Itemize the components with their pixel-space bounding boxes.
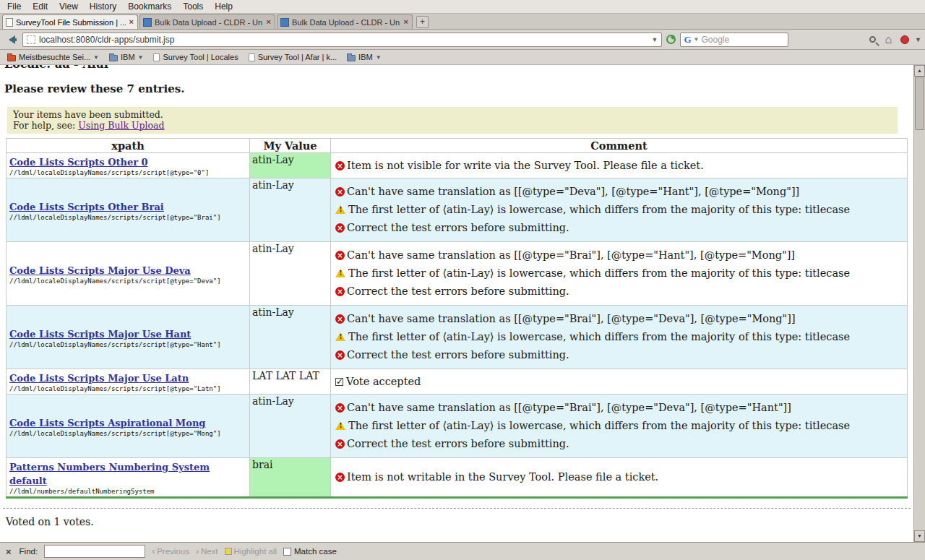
bookmark-folder-ibm-1[interactable]: IBM ▼: [105, 52, 147, 62]
xpath-link[interactable]: Code Lists Scripts Major Use Hant: [9, 329, 191, 340]
comment-line: The first letter of ⟨atin-Lay⟩ is lowerc…: [335, 204, 904, 216]
error-icon: [335, 473, 345, 482]
addon-icon[interactable]: [900, 35, 909, 44]
chevron-right-icon: ›: [196, 547, 199, 556]
home-icon[interactable]: ⌂: [885, 34, 892, 46]
column-header-my-value: My Value: [250, 139, 331, 153]
chevron-down-icon: ▼: [138, 54, 144, 61]
menu-view[interactable]: View: [53, 1, 84, 13]
menu-file[interactable]: File: [1, 1, 27, 13]
menu-bookmarks[interactable]: Bookmarks: [122, 1, 177, 13]
comment-line: Can't have same translation as [[@type="…: [335, 313, 904, 325]
my-value-cell: LAT LAT LAT: [250, 369, 331, 395]
separator: [3, 508, 911, 509]
search-box[interactable]: G ▼ Google: [680, 33, 788, 47]
bookmark-label: Meistbesuchte Sei...: [19, 53, 90, 61]
comment-line: Correct the test errors before submittin…: [335, 438, 904, 450]
comment-text: Vote accepted: [346, 376, 421, 388]
table-row: Code Lists Scripts Major Use Deva //ldml…: [7, 242, 908, 306]
page-content: Locale: aa - Afar Please review these 7 …: [0, 65, 925, 542]
comment-text: Can't have same translation as [[@type="…: [347, 402, 791, 414]
bookmark-label: Survey Tool | Afar | k...: [258, 53, 337, 61]
bulk-upload-help-link[interactable]: Using Bulk Upload: [78, 120, 164, 131]
comment-text: Correct the test errors before submittin…: [347, 349, 569, 361]
error-icon: [335, 439, 345, 449]
xpath-link[interactable]: Code Lists Scripts Other 0: [9, 157, 148, 168]
match-case-toggle[interactable]: Match case: [283, 547, 337, 556]
menu-help[interactable]: Help: [209, 1, 238, 13]
warning-icon: [335, 205, 345, 214]
url-bar[interactable]: localhost:8080/cldr-apps/submit.jsp ▼: [22, 33, 662, 47]
toolbar-overflow-icon[interactable]: ▼: [915, 36, 921, 43]
find-previous-button[interactable]: ‹Previous: [152, 547, 189, 556]
highlight-all-button[interactable]: Highlight all: [225, 547, 277, 556]
tab-close-icon[interactable]: ×: [266, 18, 272, 26]
error-icon: [335, 403, 345, 413]
back-button[interactable]: [4, 33, 18, 46]
scroll-down-icon[interactable]: ▼: [914, 530, 925, 542]
xpath-cell: Code Lists Scripts Major Use Deva //ldml…: [7, 242, 250, 306]
search-go-icon[interactable]: [869, 36, 876, 43]
table-row: Code Lists Scripts Other Brai //ldml/loc…: [7, 178, 908, 242]
tab-label: Bulk Data Upload - CLDR - Un...: [155, 18, 263, 27]
table-row: Patterns Numbers Numbering System defaul…: [7, 458, 908, 498]
bookmark-survey-tool-locales[interactable]: Survey Tool | Locales: [149, 52, 242, 62]
tab-close-icon[interactable]: ×: [403, 18, 409, 26]
bookmark-folder-ibm-2[interactable]: IBM ▼: [343, 52, 385, 62]
comment-line: Can't have same translation as [[@type="…: [335, 186, 904, 198]
comment-cell: Can't have same translation as [[@type="…: [331, 306, 908, 369]
comment-line: Correct the test errors before submittin…: [335, 222, 904, 234]
notice-help-prefix: For help, see:: [13, 120, 78, 131]
comment-line: Item is not writable in the Survey Tool.…: [335, 471, 904, 483]
menu-tools[interactable]: Tools: [177, 1, 209, 13]
search-engine-label: Google: [701, 35, 729, 45]
tab-survey-tool-submission[interactable]: SurveyTool File Submission | ... ×: [2, 14, 138, 29]
comment-line: Can't have same translation as [[@type="…: [335, 402, 904, 414]
menu-history[interactable]: History: [84, 1, 122, 13]
find-input[interactable]: [44, 545, 145, 558]
comment-line: Correct the test errors before submittin…: [335, 285, 904, 298]
my-value-cell: atin-Lay: [250, 153, 331, 178]
xpath-link[interactable]: Code Lists Scripts Major Use Latn: [9, 373, 189, 384]
notice-line1: Your items have been submitted.: [13, 109, 892, 120]
vote-accepted-check-icon: [335, 378, 343, 386]
comment-cell: Can't have same translation as [[@type="…: [331, 178, 908, 242]
folder-icon: [109, 55, 118, 61]
comment-cell: Item is not visible for write via the Su…: [331, 153, 908, 178]
table-row: Code Lists Scripts Major Use Hant //ldml…: [7, 306, 908, 369]
menu-bar: File Edit View History Bookmarks Tools H…: [0, 0, 925, 14]
match-case-checkbox[interactable]: [283, 548, 291, 556]
tab-bulk-upload-2[interactable]: Bulk Data Upload - CLDR - Un... ×: [277, 14, 413, 29]
xpath-link[interactable]: Code Lists Scripts Other Brai: [9, 202, 164, 212]
find-next-button[interactable]: ›Next: [196, 547, 218, 556]
xpath-cell: Code Lists Scripts Aspirational Mong //l…: [7, 395, 250, 458]
url-dropdown-icon[interactable]: ▼: [651, 36, 658, 43]
bookmark-label: IBM: [358, 53, 373, 61]
page-favicon: [6, 18, 13, 27]
my-value-cell: atin-Lay: [250, 395, 331, 458]
search-engine-dropdown-icon[interactable]: ▼: [694, 36, 700, 43]
submission-notice-box: Your items have been submitted. For help…: [7, 107, 898, 134]
new-tab-button[interactable]: +: [416, 16, 429, 28]
xpath-link[interactable]: Patterns Numbers Numbering System defaul…: [9, 462, 210, 486]
vertical-scrollbar[interactable]: ▲ ▼: [913, 65, 925, 542]
column-header-comment: Comment: [331, 139, 908, 153]
clipped-locale-heading: Locale: aa - Afar: [4, 65, 913, 72]
comment-line: Item is not visible for write via the Su…: [335, 160, 904, 172]
table-row: Code Lists Scripts Other 0 //ldml/locale…: [7, 153, 908, 178]
error-icon: [335, 187, 345, 197]
close-find-icon[interactable]: ×: [4, 546, 13, 557]
menu-edit[interactable]: Edit: [27, 1, 53, 13]
tab-close-icon[interactable]: ×: [129, 18, 134, 26]
xpath-link[interactable]: Code Lists Scripts Major Use Deva: [9, 265, 191, 276]
reload-button[interactable]: [666, 35, 676, 44]
scroll-up-icon[interactable]: ▲: [914, 65, 925, 77]
bookmark-survey-tool-afar[interactable]: Survey Tool | Afar | k...: [244, 52, 341, 62]
xpath-link[interactable]: Code Lists Scripts Aspirational Mong: [9, 418, 205, 428]
xpath-path: //ldml/localeDisplayNames/scripts/script…: [9, 430, 246, 437]
bookmark-most-visited[interactable]: Meistbesuchte Sei... ▼: [3, 52, 103, 62]
comment-line: Vote accepted: [335, 376, 904, 388]
tab-bulk-upload-1[interactable]: Bulk Data Upload - CLDR - Un... ×: [139, 14, 275, 29]
comment-text: Can't have same translation as [[@type="…: [347, 186, 799, 198]
scrollbar-thumb[interactable]: [915, 77, 924, 130]
